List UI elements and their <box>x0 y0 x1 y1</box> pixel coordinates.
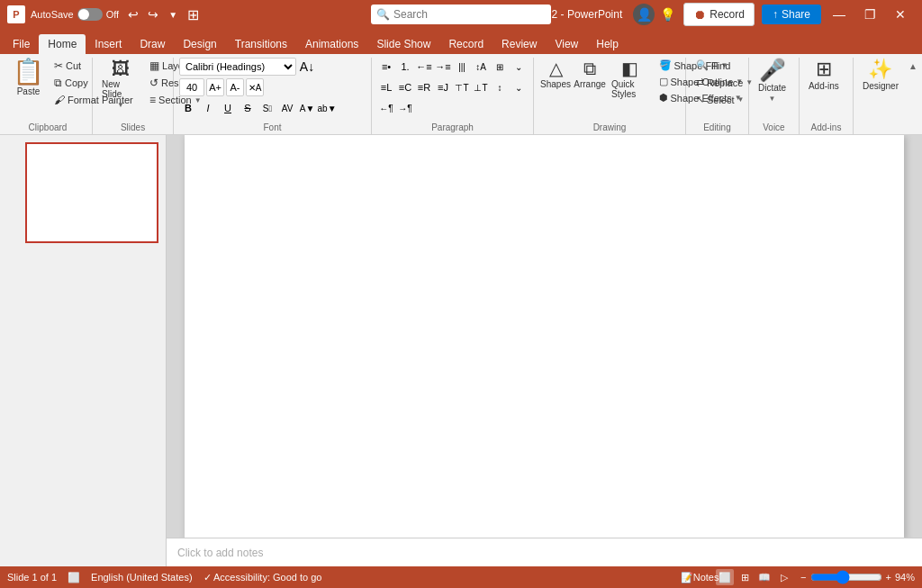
reading-view-button[interactable]: 📖 <box>755 569 773 585</box>
editing-group: 🔍 Find ⇄ Replace ▼ ↖ Select ▼ Editing <box>686 58 749 134</box>
drawing-group-label: Drawing <box>534 122 685 132</box>
zoom-in-icon[interactable]: + <box>886 572 891 583</box>
record-button[interactable]: ⏺ Record <box>683 3 755 26</box>
justify-button[interactable]: ≡J <box>434 78 452 96</box>
text-direction-button[interactable]: ↕A <box>472 58 490 76</box>
autosave-control: AutoSave Off <box>31 8 119 21</box>
ribbon-collapse-button[interactable]: ▲ <box>908 61 918 71</box>
share-button[interactable]: ↑ Share <box>762 5 821 24</box>
slide-thumbnail[interactable] <box>25 142 158 243</box>
app-logo: P <box>7 5 25 23</box>
font-size-input[interactable] <box>179 78 204 96</box>
slide-sorter-button[interactable]: ⊞ <box>736 569 754 585</box>
slide-thumb-inner <box>27 144 157 241</box>
decrease-font-button[interactable]: A↓ <box>298 58 316 76</box>
search-box[interactable]: 🔍 <box>371 5 551 24</box>
char-spacing-button[interactable]: AV <box>278 99 296 117</box>
tab-view[interactable]: View <box>546 34 587 54</box>
addins-button[interactable]: ⊞ Add-ins <box>805 58 843 93</box>
autosave-toggle[interactable] <box>77 8 103 21</box>
align-right-button[interactable]: ≡R <box>415 78 433 96</box>
accessibility-status[interactable]: ✓ Accessibility: Good to go <box>203 572 322 583</box>
search-input[interactable] <box>393 8 538 21</box>
align-top-button[interactable]: ⊤T <box>453 78 471 96</box>
columns-button[interactable]: ||| <box>453 58 471 76</box>
designer-button[interactable]: ✨ Designer <box>859 58 902 93</box>
tab-home[interactable]: Home <box>39 34 86 54</box>
tab-record[interactable]: Record <box>439 34 493 54</box>
find-button[interactable]: 🔍 Find <box>692 58 735 73</box>
quick-access-dropdown[interactable]: ▼ <box>164 5 182 23</box>
restore-button[interactable]: ❐ <box>855 5 884 24</box>
notes-button[interactable]: 📝 Notes <box>691 569 709 585</box>
clear-format-button[interactable]: ✕A <box>246 78 264 96</box>
select-button[interactable]: ↖ Select ▼ <box>692 92 749 107</box>
align-center-button[interactable]: ≡C <box>396 78 414 96</box>
designer-content: ✨ Designer <box>859 58 902 120</box>
tab-insert[interactable]: Insert <box>86 34 131 54</box>
slide-view-icon: ⬜ <box>68 572 80 583</box>
para-more-button[interactable]: ⌄ <box>510 58 528 76</box>
new-slide-button[interactable]: 🖼 New Slide ▼ <box>98 58 143 111</box>
shapes-button[interactable]: △ Shapes <box>539 58 572 91</box>
list-row: ≡• 1. ←≡ →≡ ||| ↕A ⊞ ⌄ <box>377 58 528 76</box>
presentation-mode-button[interactable]: ⊞ <box>184 5 202 23</box>
dictate-button[interactable]: 🎤 Dictate ▼ <box>755 58 790 104</box>
numbering-button[interactable]: 1. <box>396 58 414 76</box>
tab-transitions[interactable]: Transitions <box>226 34 296 54</box>
rtl-row: ←¶ →¶ <box>377 99 414 117</box>
bold-button[interactable]: B <box>179 99 197 117</box>
ribbon: 📋 Paste ✂ Cut ⧉ Copy 🖌 Format Painter Cl… <box>0 54 922 135</box>
rtl-button[interactable]: ←¶ <box>377 99 395 117</box>
para-spacing-button[interactable]: ⌄ <box>510 78 528 96</box>
strikethrough-button[interactable]: S <box>239 99 257 117</box>
profile-icon[interactable]: 👤 <box>633 4 655 25</box>
font-name-select[interactable]: Calibri (Headings) <box>179 58 296 76</box>
designer-label: Designer <box>863 81 899 91</box>
copy-icon: ⧉ <box>54 77 62 89</box>
increase-indent-button[interactable]: →≡ <box>434 58 452 76</box>
italic-button[interactable]: I <box>199 99 217 117</box>
normal-view-button[interactable]: ⬜ <box>716 569 734 585</box>
paste-button[interactable]: 📋 Paste <box>9 58 48 98</box>
increase-size-button[interactable]: A+ <box>206 78 224 96</box>
bullets-button[interactable]: ≡• <box>377 58 395 76</box>
align-middle-button[interactable]: ⊥T <box>472 78 490 96</box>
quick-styles-button[interactable]: ◧ Quick Styles <box>608 58 653 101</box>
notes-area[interactable]: Click to add notes <box>167 538 922 566</box>
tab-animations[interactable]: Animations <box>296 34 367 54</box>
tab-help[interactable]: Help <box>587 34 628 54</box>
undo-button[interactable]: ↩ <box>124 5 142 23</box>
slide-thumb-container: 1 <box>7 142 158 243</box>
decrease-indent-button[interactable]: ←≡ <box>415 58 433 76</box>
tab-file[interactable]: File <box>4 34 39 54</box>
voice-group: 🎤 Dictate ▼ Voice <box>749 58 800 134</box>
font-name-row: Calibri (Headings) A↓ <box>179 58 316 76</box>
tab-slideshow[interactable]: Slide Show <box>367 34 439 54</box>
highlight-button[interactable]: ab▼ <box>318 99 336 117</box>
zoom-control[interactable]: − + 94% <box>800 570 915 584</box>
slideshow-button[interactable]: ▷ <box>775 569 793 585</box>
tab-design[interactable]: Design <box>174 34 225 54</box>
font-color-button[interactable]: A▼ <box>298 99 316 117</box>
line-spacing-button[interactable]: ↕ <box>491 78 509 96</box>
decrease-size-button[interactable]: A- <box>226 78 244 96</box>
smart-art-button[interactable]: ⊞ <box>491 58 509 76</box>
arrange-button[interactable]: ⧉ Arrange <box>574 58 606 91</box>
tab-review[interactable]: Review <box>493 34 546 54</box>
ltr-button[interactable]: →¶ <box>396 99 414 117</box>
align-left-button[interactable]: ≡L <box>377 78 395 96</box>
record-icon: ⏺ <box>693 7 706 22</box>
zoom-out-icon[interactable]: − <box>800 572 806 583</box>
zoom-slider-input[interactable] <box>810 570 882 584</box>
replace-button[interactable]: ⇄ Replace ▼ <box>692 75 757 90</box>
help-icon[interactable]: 💡 <box>658 5 676 23</box>
redo-button[interactable]: ↪ <box>144 5 162 23</box>
shadow-button[interactable]: S⃝ <box>258 99 276 117</box>
close-button[interactable]: ✕ <box>886 5 915 24</box>
tab-draw[interactable]: Draw <box>131 34 174 54</box>
minimize-button[interactable]: — <box>825 5 854 24</box>
find-label: Find <box>711 60 730 71</box>
underline-button[interactable]: U <box>219 99 237 117</box>
slide-canvas-inner[interactable] <box>185 135 904 538</box>
